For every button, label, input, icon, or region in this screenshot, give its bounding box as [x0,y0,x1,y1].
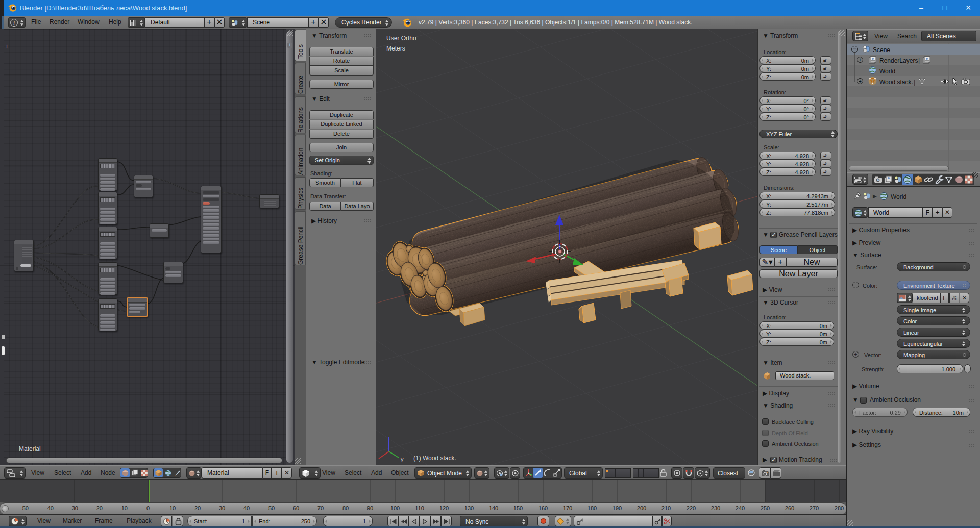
svg-text:y: y [401,456,404,462]
svg-text:Meters: Meters [386,45,405,52]
svg-text:User Ortho: User Ortho [386,35,416,42]
svg-text:(1) Wood stack.: (1) Wood stack. [413,455,456,462]
